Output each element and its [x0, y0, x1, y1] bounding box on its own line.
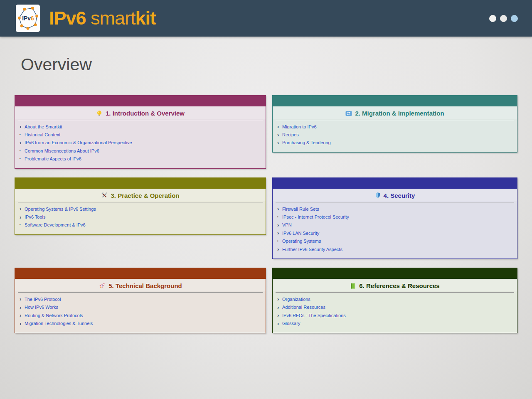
card-technical-background: 5. Technical Background ›The IPv6 Protoc…	[15, 268, 266, 333]
card-link-item[interactable]: ›Organizations	[277, 295, 513, 303]
card-link[interactable]: Migration to IPv6	[282, 124, 317, 129]
card-color-bar	[273, 268, 517, 279]
card-link-list: ›About the Smartkit▪Historical Context›I…	[15, 120, 266, 168]
chevron-icon: ›	[277, 140, 282, 145]
card-link-item[interactable]: ›VPN	[277, 221, 513, 229]
card-link-item[interactable]: ▪Operating Systems	[277, 237, 513, 245]
chevron-icon: ›	[277, 246, 282, 252]
tools-icon	[101, 192, 108, 199]
card-link-item[interactable]: ›Further IPv6 Security Aspects	[277, 245, 513, 253]
chevron-icon: ›	[277, 305, 282, 310]
card-link-item[interactable]: ▪IPsec - Internet Protocol Security	[277, 213, 513, 221]
card-link-item[interactable]: ›Operating Systems & IPv6 Settings	[20, 205, 261, 213]
ipv6-logo: IPv6	[16, 5, 40, 32]
card-link[interactable]: Glossary	[282, 321, 300, 326]
card-link-item[interactable]: ›Glossary	[277, 319, 513, 327]
card-link[interactable]: IPsec - Internet Protocol Security	[282, 214, 349, 219]
card-link-item[interactable]: ›The IPv6 Protocol	[20, 295, 261, 303]
chevron-icon: ›	[277, 313, 282, 318]
card-link[interactable]: Recipes	[282, 132, 299, 137]
card-link[interactable]: Operating Systems	[282, 239, 321, 244]
card-title-introduction[interactable]: 1. Introduction & Overview	[15, 106, 266, 119]
card-link-item[interactable]: ›Routing & Network Protocols	[20, 311, 261, 319]
card-link-item[interactable]: ▪Problematic Aspects of IPv6	[20, 155, 261, 163]
card-security: 4. Security ›Firewall Rule Sets▪IPsec - …	[272, 177, 517, 259]
chevron-icon: ›	[20, 124, 25, 129]
chevron-icon: ›	[20, 214, 25, 220]
chevron-icon: ›	[20, 296, 25, 302]
card-link-item[interactable]: ▪Software Development & IPv6	[20, 221, 261, 229]
chevron-icon: ›	[20, 305, 25, 310]
card-color-bar	[15, 96, 266, 106]
svg-text:IPv6: IPv6	[22, 15, 34, 22]
card-link[interactable]: The IPv6 Protocol	[25, 297, 61, 302]
chevron-icon: ›	[277, 296, 282, 302]
card-link-item[interactable]: ›IPv6 Tools	[20, 213, 261, 221]
card-link[interactable]: IPv6 Tools	[25, 214, 46, 219]
card-link[interactable]: Further IPv6 Security Aspects	[282, 247, 342, 252]
bullet-icon: ▪	[20, 133, 25, 136]
chapter-card-grid: 1. Introduction & Overview ›About the Sm…	[15, 95, 517, 333]
page-dot[interactable]	[489, 15, 496, 22]
card-link[interactable]: Additional Resources	[282, 305, 325, 310]
card-link-list: ›Migration to IPv6›Recipes›Purchasing & …	[273, 120, 517, 152]
page-dot-active[interactable]	[511, 15, 518, 22]
card-title-text: 1. Introduction & Overview	[106, 110, 185, 117]
card-title-text: 2. Migration & Implementation	[355, 110, 444, 117]
bullet-icon: ▪	[20, 149, 25, 153]
card-link-item[interactable]: ▪Common Misconceptions About IPv6	[20, 147, 261, 155]
card-migration-implementation: 2. Migration & Implementation ›Migration…	[272, 95, 517, 153]
card-link[interactable]: About the Smartkit	[25, 124, 62, 129]
card-link[interactable]: How IPv6 Works	[25, 305, 58, 310]
card-link[interactable]: Organizations	[282, 297, 310, 302]
chevron-icon: ›	[277, 321, 282, 326]
lightbulb-icon	[96, 110, 103, 117]
card-link[interactable]: Common Misconceptions About IPv6	[25, 148, 99, 153]
card-link[interactable]: Problematic Aspects of IPv6	[25, 156, 81, 161]
card-link[interactable]: Purchasing & Tendering	[282, 140, 331, 145]
card-link-list: ›Firewall Rule Sets▪IPsec - Internet Pro…	[273, 202, 517, 259]
card-link-item[interactable]: ›Additional Resources	[277, 303, 513, 311]
chevron-icon: ›	[20, 321, 25, 326]
card-link-item[interactable]: ›IPv6 RFCs - The Specifications	[277, 311, 513, 319]
card-link[interactable]: IPv6 from an Economic & Organizational P…	[25, 140, 132, 145]
card-link-item[interactable]: ›Migration Technologies & Tunnels	[20, 319, 261, 327]
card-link-item[interactable]: ▪Historical Context	[20, 131, 261, 138]
card-title-references[interactable]: 6. References & Resources	[273, 279, 517, 291]
card-link[interactable]: Historical Context	[25, 132, 60, 137]
card-title-migration[interactable]: 2. Migration & Implementation	[273, 106, 517, 119]
card-link-item[interactable]: ›IPv6 LAN Security	[277, 229, 513, 237]
shield-icon	[375, 192, 381, 199]
card-link[interactable]: Migration Technologies & Tunnels	[25, 321, 93, 326]
card-link-item[interactable]: ›Purchasing & Tendering	[277, 139, 513, 147]
card-link[interactable]: VPN	[282, 222, 292, 227]
card-link[interactable]: Firewall Rule Sets	[282, 207, 319, 212]
card-link-list: ›The IPv6 Protocol›How IPv6 Works›Routin…	[15, 293, 266, 333]
card-link-item[interactable]: ›IPv6 from an Economic & Organizational …	[20, 139, 261, 147]
chevron-icon: ›	[277, 132, 282, 138]
page-dot[interactable]	[500, 15, 507, 22]
card-link[interactable]: IPv6 LAN Security	[282, 231, 319, 236]
card-link[interactable]: Routing & Network Protocols	[25, 313, 83, 318]
card-link-item[interactable]: ›About the Smartkit	[20, 123, 261, 131]
card-link[interactable]: Software Development & IPv6	[25, 222, 86, 227]
card-link-list: ›Operating Systems & IPv6 Settings›IPv6 …	[15, 202, 266, 234]
ipv6-network-logo-graphic: IPv6	[17, 6, 39, 31]
card-title-technical[interactable]: 5. Technical Background	[15, 279, 266, 291]
brand-part-smart: smart	[86, 7, 135, 29]
card-title-text: 4. Security	[384, 192, 415, 199]
card-title-security[interactable]: 4. Security	[273, 189, 517, 201]
card-link-item[interactable]: ›Migration to IPv6	[277, 123, 513, 131]
chevron-icon: ›	[277, 230, 282, 236]
card-link-list: ›Organizations›Additional Resources›IPv6…	[273, 293, 517, 333]
card-title-practice[interactable]: 3. Practice & Operation	[15, 189, 266, 201]
card-link-item[interactable]: ›Firewall Rule Sets	[277, 205, 513, 213]
brand-part-ipv6: IPv6	[49, 7, 86, 29]
card-link-item[interactable]: ›Recipes	[277, 131, 513, 138]
bullet-icon: ▪	[20, 157, 25, 160]
card-link[interactable]: IPv6 RFCs - The Specifications	[282, 313, 346, 318]
card-link[interactable]: Operating Systems & IPv6 Settings	[25, 207, 96, 212]
chevron-icon: ›	[277, 222, 282, 228]
card-color-bar	[273, 178, 517, 189]
card-link-item[interactable]: ›How IPv6 Works	[20, 303, 261, 311]
